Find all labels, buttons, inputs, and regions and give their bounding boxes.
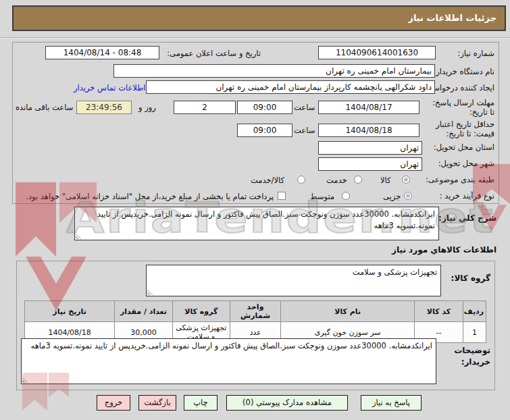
need-number-field[interactable]: 1104090614001630: [318, 46, 436, 59]
announce-datetime-label: تاریخ و ساعت اعلان عمومی:: [167, 49, 261, 58]
remaining-days-field: 2: [174, 101, 236, 114]
radio-medium[interactable]: [342, 192, 350, 200]
buyer-name-field[interactable]: بیمارستان امام خمینی ره تهران: [113, 64, 435, 78]
classification-label: طبقه بندی موضوعی:: [426, 175, 494, 184]
description-label: شرح کلي نیاز:: [438, 213, 496, 223]
announce-datetime-field[interactable]: 1404/08/14 - 08:48: [45, 46, 159, 59]
table-header-row: ردیف کد کالا نام کالا واحد شمارش گروه کا…: [25, 301, 486, 322]
print-button[interactable]: چاپ: [184, 395, 218, 411]
remaining-timer: 23:49:56: [76, 101, 132, 114]
deadline-hour-label: ساعت: [294, 103, 315, 112]
radio-goods-service-label: کالا/خدمت: [251, 176, 284, 185]
province-label: استان محل تحویل:: [434, 142, 494, 152]
treasury-label: پرداخت تمام یا بخشی از مبلغ خرید،از محل …: [26, 192, 274, 201]
city-field[interactable]: تهران: [318, 157, 422, 171]
col-need-date: تاریخ نیاز: [25, 301, 115, 322]
divider: [0, 37, 510, 38]
col-row: ردیف: [463, 301, 486, 322]
exit-button[interactable]: خروج: [97, 395, 130, 411]
radio-minor[interactable]: [404, 192, 412, 200]
group-label: گروه کالا:: [451, 273, 490, 283]
remaining-timer-label: ساعت باقی مانده: [16, 103, 73, 112]
view-attachments-button[interactable]: مشاهده مدارک پیوستي (0): [226, 395, 348, 411]
buyer-notes-textarea[interactable]: ایرانکدمشابه. 30000عدد سوزن ونوجکت سبز.ا…: [21, 338, 436, 384]
radio-minor-label: جزیی: [383, 192, 401, 201]
city-label: شهر محل تحویل:: [438, 159, 494, 168]
radio-goods-label: کالا: [380, 176, 391, 185]
creator-field[interactable]: داود شکرالهی یانچشمه کارپرداز بیمارستان …: [146, 80, 435, 94]
col-quantity: تعداد / مقدار: [115, 301, 172, 322]
resize-handle-icon: [22, 376, 29, 383]
col-item-code: کد کالا: [415, 301, 463, 322]
col-item-name: نام کالا: [281, 301, 415, 322]
goods-section-header: اطلاعات كالاهاي مورد نياز: [392, 245, 496, 255]
process-type-label: نوع فرآیند خرید :: [440, 191, 494, 201]
deadline-date-field[interactable]: 1404/08/17: [318, 101, 419, 114]
province-field[interactable]: تهران: [318, 141, 422, 155]
radio-medium-label: متوسط: [310, 192, 334, 201]
radio-goods-service[interactable]: [297, 176, 305, 184]
resize-handle-icon: [147, 288, 154, 295]
cell-row: 1: [463, 322, 486, 343]
respond-button[interactable]: پاسخ به نیاز: [361, 395, 422, 411]
validity-hour-label: ساعت: [294, 126, 315, 135]
validity-label: حداقل تاریخ اعتبار قیمت: تا تاریخ:: [422, 120, 494, 139]
buyer-contact-link[interactable]: اطلاعات تماس خریدار: [74, 83, 146, 93]
validity-time-field[interactable]: 09:00: [237, 124, 292, 137]
remaining-days-label: روز و: [138, 103, 156, 112]
col-group: گروه کالا: [172, 301, 230, 322]
buyer-notes-label: توضیحات خریدار:: [446, 345, 490, 368]
group-field[interactable]: تجهیزات پزشکی و سلامت: [146, 265, 441, 296]
validity-date-field[interactable]: 1404/08/18: [318, 124, 419, 137]
back-button[interactable]: بازگشت: [138, 395, 176, 411]
resize-handle-icon: [76, 232, 82, 239]
goods-panel: گروه کالا: تجهیزات پزشکی و سلامت ردیف کد…: [16, 261, 495, 390]
page-title: جزئیات اطلاعات نیاز: [12, 5, 506, 31]
radio-service[interactable]: [354, 176, 362, 184]
deadline-time-field[interactable]: 09:00: [237, 101, 292, 114]
deadline-label: مهلت ارسال پاسخ: تا تاریخ:: [427, 98, 494, 117]
description-textarea[interactable]: ایرانکدمشابه. 30000عدد سوزن ونوجکت سبز.ا…: [74, 207, 439, 240]
col-unit: واحد شمارش: [230, 301, 280, 322]
need-number-label: شماره نیاز:: [457, 49, 494, 58]
treasury-checkbox[interactable]: [278, 192, 286, 200]
buyer-name-label: نام دستگاه خریدار:: [433, 67, 494, 76]
need-info-panel: شماره نیاز: 1104090614001630 تاریخ و ساع…: [12, 42, 499, 204]
goods-table: ردیف کد کالا نام کالا واحد شمارش گروه کا…: [24, 300, 486, 343]
radio-goods[interactable]: [402, 176, 410, 184]
radio-service-label: خدمت: [326, 176, 347, 185]
